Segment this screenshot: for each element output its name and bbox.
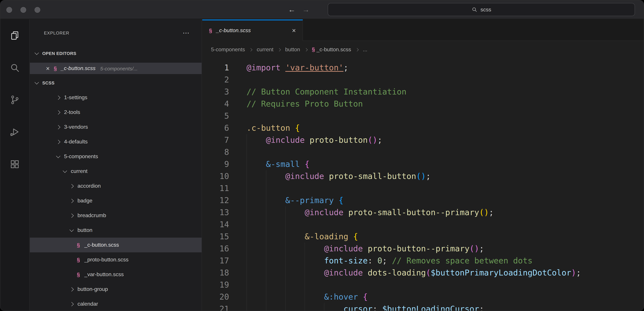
tab-c-button-scss[interactable]: § _c-button.scss × (202, 19, 303, 41)
line-number[interactable]: 18 (202, 267, 229, 279)
code-token: $buttonLoadingCursor (382, 304, 479, 311)
tree-item-label: calendar (78, 301, 98, 307)
line-number[interactable]: 20 (202, 291, 229, 303)
line-number[interactable]: 2 (202, 74, 229, 86)
line-number[interactable]: 7 (202, 134, 229, 146)
tree-item-_proto-button.scss[interactable]: §_proto-button.scss (30, 252, 202, 267)
line-number[interactable]: 15 (202, 231, 229, 243)
open-editor-item[interactable]: × § _c-button.scss 5-components/... (30, 63, 202, 74)
line-number[interactable]: 13 (202, 206, 229, 219)
line-number[interactable]: 10 (202, 170, 229, 182)
code-token: // Requires Proto Button (246, 99, 363, 109)
line-number[interactable]: 6 (202, 122, 229, 134)
tree-item-accordion[interactable]: accordion (30, 179, 202, 193)
tree-item-5-components[interactable]: 5-components (30, 149, 202, 164)
tree-item-breadcrumb[interactable]: breadcrumb (30, 208, 202, 223)
chevron-right-icon (304, 48, 308, 51)
line-number[interactable]: 19 (202, 279, 229, 291)
code-line-16[interactable]: 16 @include proto-button--primary(); (202, 243, 644, 255)
code-token: : (372, 304, 382, 311)
close-editor-icon[interactable]: × (46, 65, 50, 71)
indent-guide (266, 206, 266, 219)
code-line-3[interactable]: 3// Button Component Instantiation (202, 86, 644, 98)
breadcrumb-item-button[interactable]: button (285, 46, 300, 53)
activity-source-control-button[interactable] (0, 84, 29, 116)
code-token: proto-button--primary (368, 244, 470, 253)
indent-guide (246, 158, 247, 170)
tree-item-calendar[interactable]: calendar (30, 297, 202, 311)
code-line-15[interactable]: 15 &-loading { (202, 231, 644, 243)
tree-item-badge[interactable]: badge (30, 193, 202, 208)
indent-guide (246, 231, 247, 243)
code-line-13[interactable]: 13 @include proto-small-button--primary(… (202, 206, 644, 219)
line-number[interactable]: 5 (202, 110, 229, 122)
code-line-21[interactable]: 21 cursor: $buttonLoadingCursor; (202, 303, 644, 311)
sass-icon: § (77, 242, 80, 248)
tree-item-current[interactable]: current (30, 164, 202, 179)
breadcrumb-item--[interactable]: ... (363, 46, 368, 53)
indent-guide (285, 206, 286, 219)
tree-item-label: _c-button.scss (84, 242, 119, 248)
activity-run-debug-button[interactable] (0, 116, 29, 148)
code-line-14[interactable]: 14 (202, 219, 644, 231)
code-line-4[interactable]: 4// Requires Proto Button (202, 98, 644, 110)
forward-arrow-icon[interactable]: → (302, 5, 310, 14)
code-line-7[interactable]: 7 @include proto-button(); (202, 134, 644, 146)
code-line-2[interactable]: 2 (202, 74, 644, 86)
line-number[interactable]: 17 (202, 255, 229, 267)
line-number[interactable]: 9 (202, 158, 229, 170)
activity-explorer-button[interactable] (0, 19, 29, 52)
command-center-search[interactable]: scss (328, 3, 635, 16)
tree-item-1-settings[interactable]: 1-settings (30, 90, 202, 105)
tree-item-2-tools[interactable]: 2-tools (30, 105, 202, 120)
code-token (246, 135, 266, 145)
tree-item-_c-button.scss[interactable]: §_c-button.scss (30, 238, 202, 252)
breadcrumb-item-current[interactable]: current (257, 46, 274, 53)
activity-search-button[interactable] (0, 52, 29, 84)
line-number[interactable]: 4 (202, 98, 229, 110)
code-line-17[interactable]: 17 font-size: 0; // Removes space betwee… (202, 255, 644, 267)
code-token (324, 172, 329, 181)
close-tab-icon[interactable]: × (292, 27, 296, 34)
code-line-20[interactable]: 20 &:hover { (202, 291, 644, 303)
tree-item-button-group[interactable]: button-group (30, 282, 202, 297)
tree-item-_var-button.scss[interactable]: §_var-button.scss (30, 267, 202, 282)
breadcrumb-item--c-button-scss[interactable]: § _c-button.scss (312, 46, 351, 53)
tree-item-3-vendors[interactable]: 3-vendors (30, 120, 202, 134)
activity-extensions-button[interactable] (0, 148, 29, 180)
zoom-window-button[interactable] (34, 7, 40, 12)
code-line-5[interactable]: 5 (202, 110, 644, 122)
more-actions-icon[interactable]: ⋯ (183, 29, 190, 37)
tree-item-4-defaults[interactable]: 4-defaults (30, 134, 202, 149)
line-number[interactable]: 3 (202, 86, 229, 98)
code-line-18[interactable]: 18 @include dots-loading($buttonPrimaryL… (202, 267, 644, 279)
line-number[interactable]: 1 (202, 62, 229, 74)
breadcrumb-label: current (257, 46, 274, 52)
line-number[interactable]: 12 (202, 194, 229, 206)
breadcrumb-item-5-components[interactable]: 5-components (211, 46, 245, 53)
workspace-section-header[interactable]: SCSS (30, 77, 202, 88)
line-number[interactable]: 16 (202, 243, 229, 255)
code-token: @include (324, 268, 363, 278)
code-line-10[interactable]: 10 @include proto-small-button(); (202, 170, 644, 182)
code-editor[interactable]: 1@import 'var-button';23// Button Compon… (202, 58, 644, 311)
code-line-19[interactable]: 19 (202, 279, 644, 291)
back-arrow-icon[interactable]: ← (288, 5, 296, 14)
tree-item-button[interactable]: button (30, 223, 202, 238)
code-token: cursor (344, 304, 372, 311)
code-line-11[interactable]: 11 (202, 182, 644, 194)
close-window-button[interactable] (6, 7, 12, 12)
indent-guide (324, 303, 324, 311)
indent-guide (305, 267, 305, 279)
code-line-8[interactable]: 8 (202, 146, 644, 158)
line-number[interactable]: 14 (202, 219, 229, 231)
line-number[interactable]: 8 (202, 146, 229, 158)
code-line-9[interactable]: 9 &-small { (202, 158, 644, 170)
code-line-6[interactable]: 6.c-button { (202, 122, 644, 134)
minimize-window-button[interactable] (20, 7, 26, 12)
code-line-12[interactable]: 12 &--primary { (202, 194, 644, 206)
line-number[interactable]: 21 (202, 303, 229, 311)
code-line-1[interactable]: 1@import 'var-button'; (202, 62, 644, 74)
open-editors-section-header[interactable]: OPEN EDITORS (30, 48, 202, 59)
line-number[interactable]: 11 (202, 182, 229, 194)
